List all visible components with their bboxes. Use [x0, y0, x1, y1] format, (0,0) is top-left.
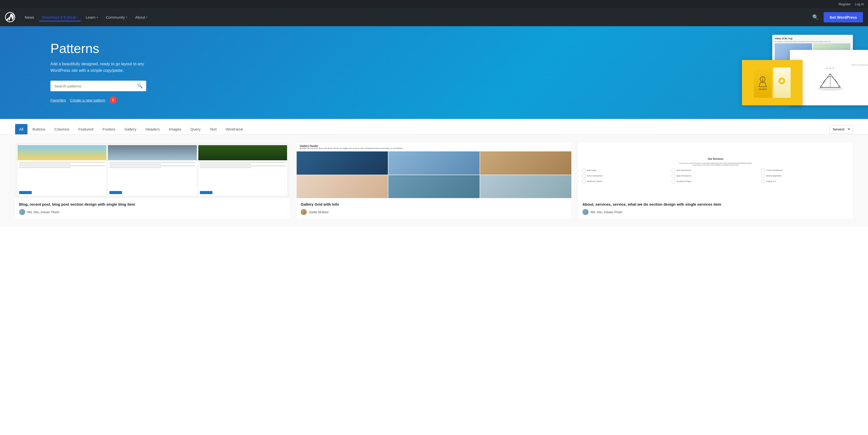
- collage-card-tarot: THE MOON.: [742, 60, 803, 105]
- blog-line: [19, 165, 105, 166]
- service-dot: [582, 174, 586, 178]
- pattern-thumb-3: Our Services Lorem ipsum dolor sit amet,…: [579, 143, 853, 198]
- filter-tabs: All Buttons Columns Featured Footers Gal…: [15, 124, 830, 134]
- nav-about[interactable]: About ▾: [132, 13, 151, 22]
- service-wp-plugins: WordPress Plugins: [672, 180, 760, 184]
- blog-item-1: [18, 145, 106, 195]
- author-name-2: Sadik Multani: [309, 210, 329, 214]
- gallery-cell-3: [480, 152, 571, 175]
- service-game-dev: Game Development: [582, 174, 670, 178]
- hero-links: Favorites Create a new pattern 1: [51, 96, 151, 104]
- gallery-mock: Glallery Header Quisque vel erat urna. N…: [297, 143, 571, 198]
- service-dot: [672, 174, 676, 178]
- nav-download[interactable]: Download & Extend ▾: [39, 13, 82, 22]
- filter-bar: All Buttons Columns Featured Footers Gal…: [0, 119, 868, 134]
- ship-subtitle: Follow my adventures: [793, 64, 868, 66]
- pattern-title-2: Gallery Grid with Info: [301, 201, 567, 207]
- gallery-cell-2: [389, 152, 479, 175]
- search-button[interactable]: 🔍: [133, 81, 146, 91]
- filter-tab-headers[interactable]: Headers: [142, 124, 164, 134]
- gallery-cell-6: [480, 175, 571, 198]
- pattern-author-1: Md. Abu Jubaer Plash: [19, 209, 285, 215]
- service-web-dev: Web Development: [672, 168, 760, 173]
- favorites-link[interactable]: Favorites: [51, 98, 66, 102]
- pattern-thumb-2: Glallery Header Quisque vel erat urna. N…: [297, 143, 571, 198]
- filter-tab-gallery[interactable]: Gallery: [121, 124, 141, 134]
- blog-item-3: [198, 145, 287, 195]
- fuji-title: Views of Mt. Fuji: [775, 37, 850, 40]
- nav-community[interactable]: Community ▾: [102, 13, 131, 22]
- search-icon-button[interactable]: 🔍: [810, 12, 820, 22]
- hero-collage: Views of Mt. Fuji An exhibition of early…: [391, 26, 868, 119]
- filter-tab-wireframe[interactable]: Wireframe: [221, 124, 247, 134]
- pattern-card-1[interactable]: Blog, recent post, blog post section des…: [15, 143, 289, 218]
- service-desktop-app: Desktop Application: [761, 174, 849, 178]
- blog-img-beach: [18, 145, 106, 160]
- blog-line: [110, 165, 195, 166]
- hero-section: Patterns Add a beautifully designed, rea…: [0, 26, 868, 119]
- service-dot: [761, 168, 765, 173]
- filter-tab-text[interactable]: Text: [206, 124, 221, 134]
- ship-illustration: [815, 71, 845, 91]
- nav-right: 🔍 Get WordPress: [810, 12, 863, 23]
- service-dot: [672, 168, 676, 173]
- nav-news[interactable]: News: [21, 13, 38, 22]
- services-grid: Web Design Web Development Theme Develop…: [582, 168, 849, 184]
- svg-point-9: [780, 80, 783, 83]
- tarot-card-2: [773, 67, 790, 98]
- nav-learn[interactable]: Learn ▾: [82, 13, 101, 22]
- sort-select[interactable]: Newest Oldest Popular: [830, 125, 853, 133]
- blog-line: [110, 162, 195, 163]
- filter-tab-featured[interactable]: Featured: [74, 124, 97, 134]
- login-link[interactable]: Log In: [855, 2, 864, 6]
- create-pattern-link[interactable]: Create a new pattern: [70, 98, 105, 102]
- search-bar: 🔍: [51, 81, 146, 91]
- blog-line: [19, 163, 70, 164]
- gallery-title: Glallery Header: [300, 145, 568, 148]
- filter-tab-buttons[interactable]: Buttons: [29, 124, 50, 134]
- hero-text: Patterns Add a beautifully designed, rea…: [51, 41, 151, 104]
- filter-sort: Newest Oldest Popular: [830, 125, 853, 133]
- service-web-design: Web Design: [582, 168, 670, 173]
- gallery-subtitle: Quisque vel erat urna. Nunc ante dolor, …: [300, 148, 568, 149]
- service-support-it: Support & IT: [761, 180, 849, 184]
- services-mock: Our Services Lorem ipsum dolor sit amet,…: [579, 143, 853, 198]
- service-dot: [582, 168, 586, 173]
- filter-tab-footers[interactable]: Footers: [98, 124, 120, 134]
- wordpress-logo[interactable]: [5, 12, 15, 22]
- filter-tab-all[interactable]: All: [15, 124, 28, 134]
- gallery-cell-4: [297, 175, 388, 198]
- blog-mock: [15, 143, 289, 198]
- services-title: Our Services: [708, 157, 723, 160]
- filter-tab-query[interactable]: Query: [186, 124, 205, 134]
- gallery-grid: [297, 152, 571, 198]
- gallery-cell-5: [389, 175, 479, 198]
- pattern-card-2[interactable]: Glallery Header Quisque vel erat urna. N…: [297, 143, 571, 218]
- pattern-title-1: Blog, recent post, blog post section des…: [19, 201, 285, 207]
- service-theme-dev: Theme Development: [761, 168, 849, 173]
- get-wordpress-button[interactable]: Get WordPress: [824, 12, 863, 23]
- author-name-1: Md. Abu Jubaer Plash: [27, 210, 59, 214]
- pattern-thumb-1: [15, 143, 289, 198]
- blog-line: [200, 167, 251, 168]
- service-wp-themes: WordPress Themes: [582, 180, 670, 184]
- service-apps-dev: Apps Development: [672, 174, 760, 178]
- pattern-author-3: Md. Abu Jubaer Plash: [583, 209, 849, 215]
- pattern-card-3[interactable]: Our Services Lorem ipsum dolor sit amet,…: [579, 143, 853, 218]
- filter-tab-images[interactable]: Images: [165, 124, 185, 134]
- pattern-title-3: About, services, service, what we do sec…: [583, 201, 849, 207]
- gallery-header: Glallery Header Quisque vel erat urna. N…: [297, 143, 571, 152]
- top-bar: Register Log In: [0, 0, 868, 8]
- patterns-grid: Blog, recent post, blog post section des…: [0, 134, 868, 226]
- page-title: Patterns: [51, 41, 151, 56]
- blog-btn: [110, 191, 122, 194]
- collage-container: Views of Mt. Fuji An exhibition of early…: [742, 35, 868, 111]
- hero-description: Add a beautifully designed, ready to go …: [51, 61, 151, 73]
- search-input[interactable]: [51, 81, 133, 91]
- register-link[interactable]: Register: [838, 2, 850, 6]
- blog-btn: [19, 191, 32, 194]
- filter-tab-columns[interactable]: Columns: [51, 124, 73, 134]
- pattern-info-2: Gallery Grid with Info Sadik Multani: [297, 198, 571, 218]
- pattern-info-1: Blog, recent post, blog post section des…: [15, 198, 289, 218]
- service-dot: [761, 180, 765, 184]
